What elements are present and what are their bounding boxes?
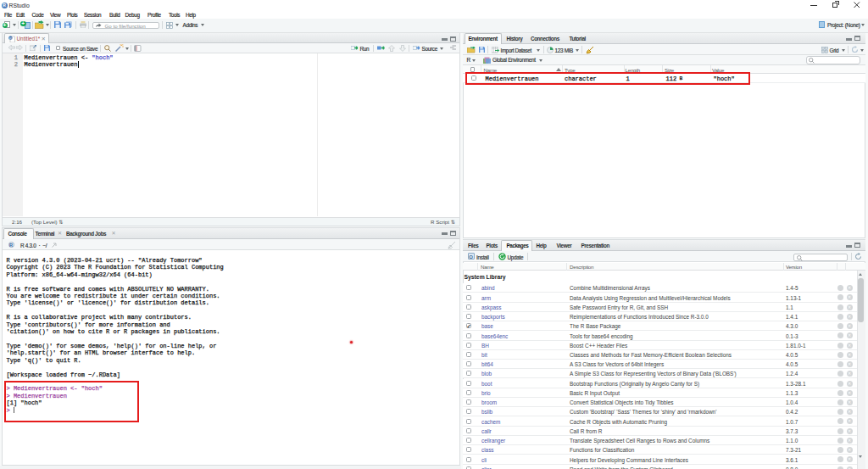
svg-text:R: R xyxy=(8,36,11,40)
